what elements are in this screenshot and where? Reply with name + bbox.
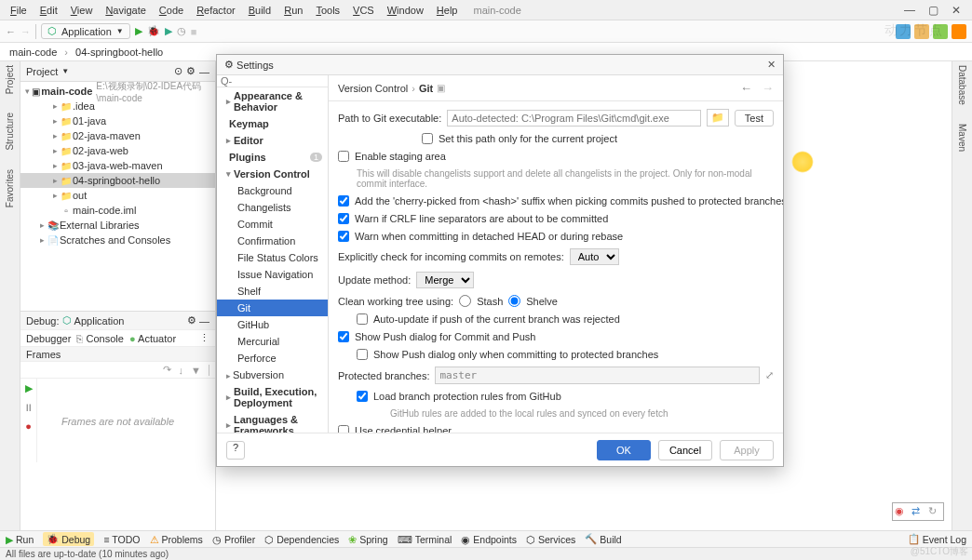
- menu-edit[interactable]: Edit: [34, 3, 64, 18]
- ok-button[interactable]: OK: [597, 440, 651, 460]
- menu-vcs[interactable]: VCS: [346, 3, 381, 18]
- help-button[interactable]: ?: [226, 441, 245, 460]
- test-button[interactable]: Test: [735, 110, 774, 127]
- tool-icon[interactable]: ⇄: [911, 505, 925, 518]
- cred-helper-check[interactable]: [338, 425, 349, 433]
- strip-build[interactable]: 🔨 Build: [585, 533, 621, 545]
- menu-tools[interactable]: Tools: [309, 3, 346, 18]
- settings-subcategory[interactable]: File Status Colors: [217, 249, 328, 266]
- nav-back-icon[interactable]: ←: [740, 81, 752, 95]
- gear-icon[interactable]: ⚙: [187, 314, 196, 327]
- strip-deps[interactable]: ⬡ Dependencies: [264, 534, 339, 545]
- collapse-icon[interactable]: —: [199, 66, 209, 77]
- strip-terminal[interactable]: ⌨ Terminal: [398, 534, 452, 545]
- settings-category[interactable]: ▸Build, Execution, Deployment: [217, 383, 328, 411]
- tool-icon[interactable]: ↻: [928, 505, 941, 518]
- back-arrow-icon[interactable]: ←: [6, 26, 16, 37]
- settings-category[interactable]: ▾Version Control: [217, 166, 328, 182]
- settings-search-input[interactable]: [221, 75, 324, 87]
- set-path-only-check[interactable]: [422, 133, 433, 144]
- settings-subcategory[interactable]: GitHub: [217, 316, 328, 333]
- more-icon[interactable]: ⋮: [199, 332, 209, 344]
- browse-icon[interactable]: 📁: [707, 109, 729, 127]
- hide-icon[interactable]: —: [199, 315, 209, 327]
- settings-subcategory[interactable]: Git: [217, 300, 328, 316]
- strip-problems[interactable]: ⚠ Problems: [150, 534, 203, 545]
- resume-icon[interactable]: ▶: [25, 382, 33, 394]
- select-opened-icon[interactable]: ⊙: [174, 65, 182, 77]
- tree-node[interactable]: ▸ 📁 01-java: [20, 113, 215, 128]
- strip-endpoints[interactable]: ◉ Endpoints: [461, 534, 517, 545]
- settings-category[interactable]: Plugins1: [217, 149, 328, 166]
- minimize-icon[interactable]: —: [904, 4, 915, 17]
- chevron-down-icon[interactable]: ▼: [61, 67, 69, 75]
- cherry-pick-check[interactable]: [338, 195, 349, 207]
- expand-icon[interactable]: ⤢: [765, 369, 774, 381]
- breadcrumb-item[interactable]: 04-springboot-hello: [72, 47, 167, 58]
- floating-toolbar[interactable]: ◉ ⇄ ↻: [892, 502, 944, 521]
- coverage-icon[interactable]: ▶: [165, 25, 172, 37]
- tree-root[interactable]: ▾ ▣ main-code E:\视频录制\02-IDEA代码\main-cod…: [20, 84, 215, 99]
- stop-icon[interactable]: ■: [191, 26, 197, 37]
- update-method-select[interactable]: Merge: [416, 272, 474, 288]
- fwd-arrow-icon[interactable]: →: [20, 26, 31, 37]
- maximize-icon[interactable]: ▢: [928, 4, 938, 17]
- settings-subcategory[interactable]: Confirmation: [217, 233, 328, 249]
- tree-node[interactable]: ▸ 📁 out: [20, 188, 215, 203]
- settings-subcategory[interactable]: ▸Subversion: [217, 367, 328, 383]
- close-icon[interactable]: ✕: [952, 4, 961, 17]
- step-icon[interactable]: ↷: [163, 364, 171, 376]
- breadcrumb-item[interactable]: main-code: [6, 47, 61, 58]
- settings-category[interactable]: ▸Editor: [217, 132, 328, 149]
- debug-tab-actuator[interactable]: ● Actuator: [129, 333, 176, 344]
- apply-button[interactable]: Apply: [720, 440, 774, 460]
- settings-category[interactable]: ▸Appearance & Behavior: [217, 87, 328, 115]
- left-stripe-project[interactable]: Project: [5, 65, 15, 94]
- cancel-button[interactable]: Cancel: [658, 440, 712, 460]
- crumb-vc[interactable]: Version Control: [338, 83, 408, 94]
- settings-subcategory[interactable]: Commit: [217, 216, 328, 233]
- menu-code[interactable]: Code: [153, 3, 190, 18]
- incoming-select[interactable]: Auto: [570, 248, 619, 265]
- debug-tab-debugger[interactable]: Debugger: [26, 333, 71, 344]
- tree-node[interactable]: ▸ 📁 03-java-web-maven: [20, 158, 215, 173]
- shelve-radio[interactable]: [508, 295, 520, 307]
- menu-refactor[interactable]: Refactor: [190, 3, 242, 18]
- run-config-combo[interactable]: ⬡ Application ▼: [41, 23, 130, 39]
- tree-node[interactable]: ▸ 📁 02-java-web: [20, 143, 215, 158]
- show-push-check[interactable]: [338, 331, 349, 342]
- debug-icon[interactable]: 🐞: [147, 25, 160, 37]
- settings-subcategory[interactable]: Mercurial: [217, 333, 328, 350]
- tree-node[interactable]: ▸ 📚 External Libraries: [20, 218, 215, 233]
- tree-node[interactable]: ▫ main-code.iml: [20, 203, 215, 218]
- strip-spring[interactable]: ❀ Spring: [348, 534, 387, 545]
- debug-tab-console[interactable]: ⎘ Console: [76, 333, 123, 344]
- left-stripe-structure[interactable]: Structure: [5, 113, 15, 151]
- git-path-input[interactable]: [447, 110, 701, 127]
- menu-file[interactable]: File: [4, 3, 34, 18]
- strip-todo[interactable]: ≡ TODO: [103, 534, 140, 545]
- strip-eventlog[interactable]: 📋 Event Log: [908, 533, 966, 545]
- close-icon[interactable]: ✕: [767, 59, 776, 71]
- stash-radio[interactable]: [459, 295, 471, 307]
- tree-node[interactable]: ▸ 📄 Scratches and Consoles: [20, 233, 215, 247]
- auto-update-check[interactable]: [357, 313, 368, 325]
- run-icon[interactable]: ▶: [135, 25, 142, 37]
- menu-window[interactable]: Window: [381, 3, 430, 18]
- crlf-check[interactable]: [338, 213, 349, 224]
- left-stripe-favorites[interactable]: Favorites: [5, 169, 15, 207]
- settings-subcategory[interactable]: Background: [217, 182, 328, 199]
- nav-fwd-icon[interactable]: →: [762, 81, 774, 95]
- settings-subcategory[interactable]: Issue Navigation: [217, 266, 328, 283]
- tb-icon-4[interactable]: [952, 24, 966, 39]
- filter-icon[interactable]: ▼: [191, 365, 201, 376]
- strip-run[interactable]: ▶ Run: [6, 534, 34, 545]
- settings-subcategory[interactable]: Perforce: [217, 350, 328, 367]
- menu-navigate[interactable]: Navigate: [99, 3, 152, 18]
- show-push-protected-check[interactable]: [357, 349, 368, 360]
- bp-icon[interactable]: ●: [25, 420, 32, 432]
- right-stripe-maven[interactable]: Maven: [957, 124, 967, 152]
- load-rules-check[interactable]: [357, 391, 368, 402]
- dialog-titlebar[interactable]: ⚙ Settings ✕: [217, 55, 783, 75]
- menu-help[interactable]: Help: [430, 3, 465, 18]
